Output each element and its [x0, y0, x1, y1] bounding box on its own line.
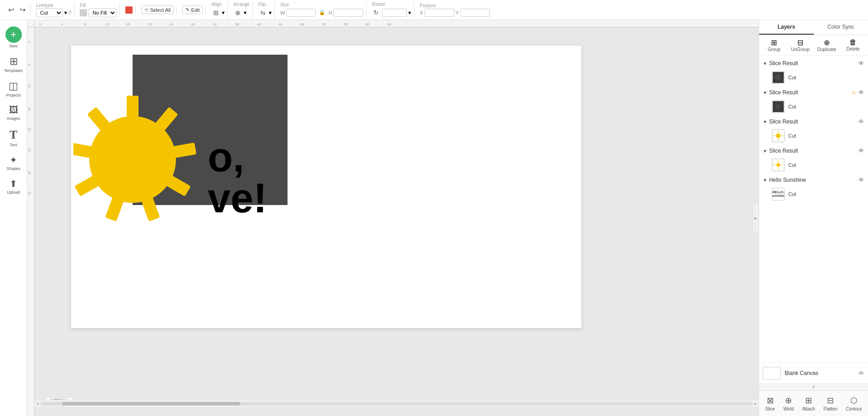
layer-item-slice4-cut: Cut — [759, 157, 868, 173]
y-input[interactable] — [460, 9, 490, 17]
align-btn[interactable]: ⊞ — [211, 7, 221, 18]
attach-label: Attach — [802, 406, 815, 411]
slice2-visibility-icon[interactable]: 👁 — [858, 89, 864, 96]
canvas-content: o, ve! − 25% + — [35, 27, 759, 407]
layer-group-hello: ▼ Hello Sunshine 👁 HELLO,sunshine Cut — [759, 174, 868, 202]
slice3-visibility-icon[interactable]: 👁 — [858, 118, 864, 125]
arrange-col: Arrange ⊕ ▾ — [233, 2, 250, 18]
tab-layers[interactable]: Layers — [759, 20, 814, 35]
contour-action[interactable]: ⬡ Contour — [843, 394, 865, 413]
size-label: Size — [280, 2, 289, 7]
main: + New ⊞ Templates ◫ Projects 🖼 Images T … — [0, 20, 868, 416]
ruler-tick: 52 — [322, 22, 326, 26]
scroll-thumb-h[interactable] — [62, 402, 240, 406]
ruler-corner — [27, 20, 35, 27]
duplicate-button[interactable]: ⊕ Duplicate — [814, 37, 840, 53]
slice4-cut-label: Cut — [788, 162, 796, 168]
arrange-row: ⊕ ▾ — [233, 7, 247, 18]
slice1-chevron: ▼ — [763, 61, 767, 66]
sidebar-item-projects[interactable]: ◫ Projects — [2, 77, 26, 100]
lock-icon[interactable]: 🔒 — [317, 8, 327, 17]
sidebar-item-upload[interactable]: ⬆ Upload — [2, 175, 26, 197]
arrange-btn[interactable]: ⊕ — [233, 7, 242, 18]
linetype-row: Cut Draw Score ▾ ? — [36, 8, 71, 17]
flip-group: Flip ⇆ ▾ — [256, 2, 275, 18]
right-panel-tabs: Layers Color Sync — [759, 20, 868, 35]
delete-button[interactable]: 🗑 Delete — [840, 37, 866, 53]
sidebar-item-new[interactable]: + New — [2, 24, 26, 51]
ungroup-button[interactable]: ⊟ UnGroup — [787, 37, 814, 53]
flip-btn[interactable]: ⇆ — [258, 7, 267, 18]
delete-btn-wrapper: 🗑 Delete — [840, 37, 866, 53]
weld-action[interactable]: ⊕ Weld — [781, 394, 796, 413]
slice-action[interactable]: ⊠ Slice — [762, 394, 778, 413]
sidebar-item-shapes[interactable]: ✦ Shapes — [2, 152, 26, 174]
position-row: X Y — [420, 9, 490, 17]
linetype-select[interactable]: Cut Draw Score — [36, 8, 63, 17]
canvas-viewport[interactable]: o, ve! − 25% + ◂ ▸ — [35, 27, 759, 407]
slice2-warn-icon: ⚠ — [851, 89, 856, 96]
scroll-left-arrow[interactable]: ◂ — [36, 401, 39, 406]
scroll-track-h[interactable] — [41, 402, 753, 406]
linetype-label: Linetype — [36, 3, 53, 8]
undo-button[interactable]: ↩ — [6, 4, 16, 16]
group-button[interactable]: ⊞ Group — [761, 37, 787, 53]
layer-item-slice2-cut: Cut — [759, 98, 868, 115]
redo-button[interactable]: ↪ — [18, 4, 27, 16]
ungroup-icon: ⊟ — [797, 38, 803, 47]
pen-color-swatch[interactable] — [125, 6, 133, 14]
sidebar-item-images[interactable]: 🖼 Images — [2, 102, 26, 123]
sidebar-item-text[interactable]: T Text — [2, 125, 26, 150]
right-panel: Layers Color Sync ⊞ Group ⊟ UnGroup ⊕ — [759, 20, 868, 416]
select-all-button[interactable]: ⊹ Select All — [141, 5, 174, 14]
scroll-right-arrow[interactable]: ▸ — [755, 401, 757, 406]
attach-action[interactable]: ⊞ Attach — [799, 394, 817, 413]
layer-group-slice1-header[interactable]: ▼ Slice Result 👁 — [759, 57, 868, 69]
rotate-icon[interactable]: ↻ — [372, 7, 380, 18]
slice3-chevron: ▼ — [763, 119, 767, 124]
sidebar-item-templates[interactable]: ⊞ Templates — [2, 53, 26, 76]
layer-item-slice1-cut: Cut — [759, 69, 868, 86]
ruler-tick: 12 — [28, 84, 31, 88]
scrollbar-horizontal[interactable]: ◂ ▸ — [35, 400, 759, 407]
scroll-right-panel-arrow[interactable]: ▸ — [752, 205, 759, 232]
layers-scroll-down[interactable]: ▾ — [759, 383, 868, 390]
select-all-label: Select All — [150, 7, 170, 13]
slice4-visibility-icon[interactable]: 👁 — [858, 147, 864, 154]
layer-group-slice4: ▼ Slice Result 👁 — [759, 145, 868, 173]
flatten-action[interactable]: ⊟ Flatten — [821, 394, 840, 413]
ruler-tick: 44 — [278, 22, 282, 26]
fill-color-swatch[interactable] — [80, 9, 87, 16]
height-input[interactable] — [334, 9, 363, 17]
layer-group-slice3-header[interactable]: ▼ Slice Result 👁 — [759, 116, 868, 128]
hello-visibility-icon[interactable]: 👁 — [858, 176, 864, 184]
canvas-area: 0 4 8 12 16 20 24 28 32 36 40 44 48 52 5… — [27, 20, 759, 416]
ruler-tick: 48 — [300, 22, 304, 26]
layer-group-slice1: ▼ Slice Result 👁 Cut — [759, 57, 868, 86]
slice1-visibility-icon[interactable]: 👁 — [858, 60, 864, 67]
ungroup-btn-wrapper: ⊟ UnGroup — [787, 37, 814, 53]
ruler-tick: 0 — [39, 22, 41, 26]
fill-select[interactable]: No Fill — [88, 8, 117, 17]
layer-group-hello-header[interactable]: ▼ Hello Sunshine 👁 — [759, 174, 868, 186]
weld-icon: ⊕ — [785, 395, 792, 406]
edit-button[interactable]: ✎ Edit — [182, 5, 203, 14]
rotate-input[interactable] — [382, 9, 407, 17]
layer-group-slice4-header[interactable]: ▼ Slice Result 👁 — [759, 145, 868, 157]
x-input[interactable] — [425, 9, 454, 17]
y-label: Y — [456, 10, 459, 15]
slice2-cut-label: Cut — [788, 104, 796, 109]
position-col: Position X Y — [420, 3, 490, 17]
arrange-label: Arrange — [233, 2, 250, 7]
ruler-tick: 4 — [61, 22, 63, 26]
sidebar-item-images-label: Images — [7, 116, 21, 121]
layer-group-slice2-header[interactable]: ▼ Slice Result ⚠ 👁 — [759, 87, 868, 98]
width-input[interactable] — [286, 9, 316, 17]
tab-color-sync[interactable]: Color Sync — [814, 20, 868, 35]
sidebar-item-text-label: Text — [10, 143, 17, 147]
blank-canvas-eye-icon[interactable]: 👁 — [858, 370, 864, 377]
ruler-tick: 28 — [28, 171, 31, 175]
rotate-col: Rotate ↻ ▾ — [372, 2, 411, 18]
text-line2: ve! — [208, 178, 267, 219]
w-label: W — [280, 10, 285, 15]
